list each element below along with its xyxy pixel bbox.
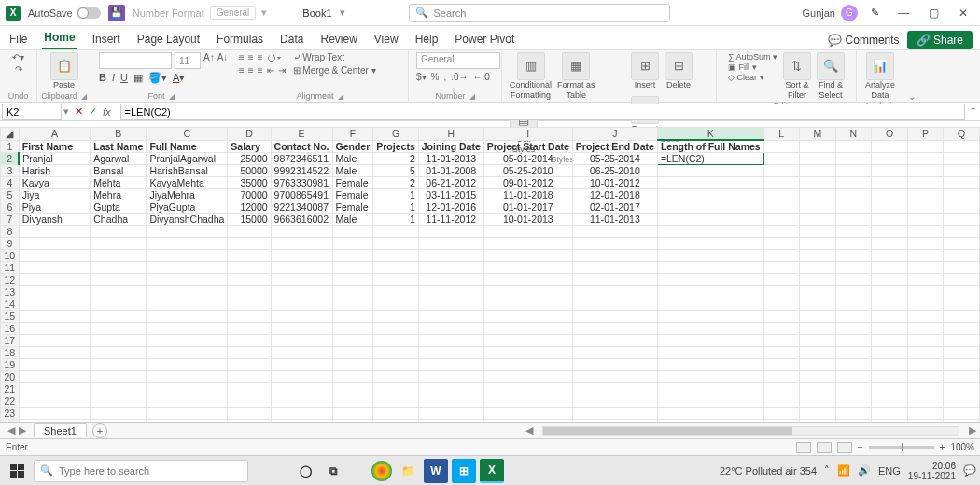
- select-all-cell[interactable]: ◢: [1, 128, 20, 141]
- cell-Q6[interactable]: [944, 201, 980, 214]
- cell-H14[interactable]: [418, 298, 483, 311]
- cell-H1[interactable]: Joining Date: [418, 140, 483, 153]
- cell-L17[interactable]: [763, 335, 799, 347]
- row-header[interactable]: 4: [1, 177, 20, 189]
- cell-I8[interactable]: [483, 226, 572, 238]
- cell-L3[interactable]: [763, 165, 799, 177]
- cell-L18[interactable]: [763, 347, 799, 359]
- cell-B17[interactable]: [91, 335, 147, 347]
- tab-file[interactable]: File: [7, 29, 29, 49]
- cell-B4[interactable]: Mehta: [91, 177, 147, 189]
- col-header-E[interactable]: E: [271, 128, 332, 141]
- cell-F4[interactable]: Female: [332, 177, 373, 189]
- pen-icon[interactable]: ✎: [871, 7, 879, 19]
- cell-D18[interactable]: [228, 347, 271, 359]
- cell-C7[interactable]: DivyanshChadha: [147, 214, 228, 226]
- number-format-value[interactable]: General: [210, 6, 257, 20]
- worksheet-grid[interactable]: ◢ABCDEFGHIJKLMNOPQ1First NameLast NameFu…: [0, 127, 980, 422]
- cell-L9[interactable]: [763, 238, 799, 250]
- cell-B19[interactable]: [91, 359, 147, 371]
- cell-M1[interactable]: [799, 140, 835, 153]
- cell-Q20[interactable]: [944, 371, 980, 383]
- cell-I12[interactable]: [483, 274, 572, 286]
- tab-home[interactable]: Home: [42, 27, 77, 49]
- cell-A22[interactable]: [19, 395, 91, 408]
- share-button[interactable]: 🔗 Share: [907, 31, 973, 49]
- cell-K3[interactable]: [657, 165, 763, 177]
- cell-O17[interactable]: [872, 335, 908, 347]
- cell-F3[interactable]: Male: [332, 165, 373, 177]
- cell-L20[interactable]: [763, 371, 799, 383]
- cell-J6[interactable]: 02-01-2017: [572, 201, 657, 214]
- tab-review[interactable]: Review: [318, 29, 358, 49]
- col-header-C[interactable]: C: [147, 128, 228, 141]
- cell-H18[interactable]: [418, 347, 483, 359]
- font-name-select[interactable]: [99, 52, 172, 69]
- row-header[interactable]: 1: [1, 140, 20, 153]
- cell-D22[interactable]: [228, 395, 271, 408]
- cell-D13[interactable]: [228, 286, 271, 298]
- cell-C19[interactable]: [147, 359, 228, 371]
- chrome-icon[interactable]: [371, 461, 392, 481]
- cell-I1[interactable]: Project Start Date: [483, 140, 572, 153]
- cell-K11[interactable]: [657, 262, 763, 274]
- cell-M21[interactable]: [799, 383, 835, 395]
- cell-D20[interactable]: [228, 371, 271, 383]
- cell-F5[interactable]: Female: [332, 189, 373, 201]
- cell-B7[interactable]: Chadha: [91, 214, 147, 226]
- notifications-icon[interactable]: 💬: [963, 464, 976, 477]
- cell-H12[interactable]: [418, 274, 483, 286]
- cell-M17[interactable]: [799, 335, 835, 347]
- cell-P2[interactable]: [907, 153, 943, 165]
- hscroll-right-icon[interactable]: ▶: [965, 424, 980, 436]
- cell-E24[interactable]: [271, 420, 332, 423]
- cell-K13[interactable]: [657, 286, 763, 298]
- cell-Q2[interactable]: [944, 153, 980, 165]
- maximize-button[interactable]: ▢: [922, 7, 945, 20]
- cell-A24[interactable]: [19, 420, 91, 423]
- cell-C14[interactable]: [147, 298, 228, 311]
- view-pagebreak-icon[interactable]: [837, 442, 852, 453]
- cell-I6[interactable]: 01-01-2017: [483, 201, 572, 214]
- cell-N10[interactable]: [835, 250, 872, 262]
- cell-H22[interactable]: [418, 395, 483, 408]
- cell-C22[interactable]: [147, 395, 228, 408]
- cell-O18[interactable]: [872, 347, 908, 359]
- cell-O9[interactable]: [872, 238, 908, 250]
- cell-D1[interactable]: Salary: [228, 140, 271, 153]
- row-header[interactable]: 22: [1, 395, 20, 408]
- zoom-in-icon[interactable]: +: [940, 442, 945, 452]
- cell-A17[interactable]: [19, 335, 91, 347]
- underline-button[interactable]: U: [120, 72, 128, 84]
- cell-B3[interactable]: Bansal: [91, 165, 147, 177]
- cell-I19[interactable]: [483, 359, 572, 371]
- cell-J8[interactable]: [572, 226, 657, 238]
- cell-K16[interactable]: [657, 323, 763, 335]
- cell-G17[interactable]: [373, 335, 418, 347]
- cell-B1[interactable]: Last Name: [91, 140, 147, 153]
- cell-Q9[interactable]: [944, 238, 980, 250]
- tab-view[interactable]: View: [372, 29, 400, 49]
- cell-D2[interactable]: 25000: [228, 153, 271, 165]
- cell-G2[interactable]: 2: [373, 153, 418, 165]
- cell-Q19[interactable]: [944, 359, 980, 371]
- cell-E12[interactable]: [271, 274, 332, 286]
- autosave-toggle[interactable]: [77, 7, 101, 19]
- sheet-nav-prev-icon[interactable]: ◀: [7, 424, 15, 436]
- row-header[interactable]: 11: [1, 262, 20, 274]
- cell-L19[interactable]: [763, 359, 799, 371]
- tray-chevron-icon[interactable]: ˄: [824, 464, 830, 477]
- cell-Q10[interactable]: [944, 250, 980, 262]
- cell-M22[interactable]: [799, 395, 835, 408]
- merge-center-button[interactable]: ⊞ Merge & Center ▾: [293, 65, 376, 76]
- align-dialog-icon[interactable]: ◢: [338, 92, 343, 101]
- cell-Q21[interactable]: [944, 383, 980, 395]
- cell-L11[interactable]: [763, 262, 799, 274]
- cell-O24[interactable]: [872, 420, 908, 423]
- cell-P24[interactable]: [907, 420, 943, 423]
- cell-F15[interactable]: [332, 311, 373, 323]
- cell-E16[interactable]: [271, 323, 332, 335]
- cell-L1[interactable]: [763, 140, 799, 153]
- cell-G22[interactable]: [373, 395, 418, 408]
- delete-cells-icon[interactable]: ⊟: [665, 52, 693, 80]
